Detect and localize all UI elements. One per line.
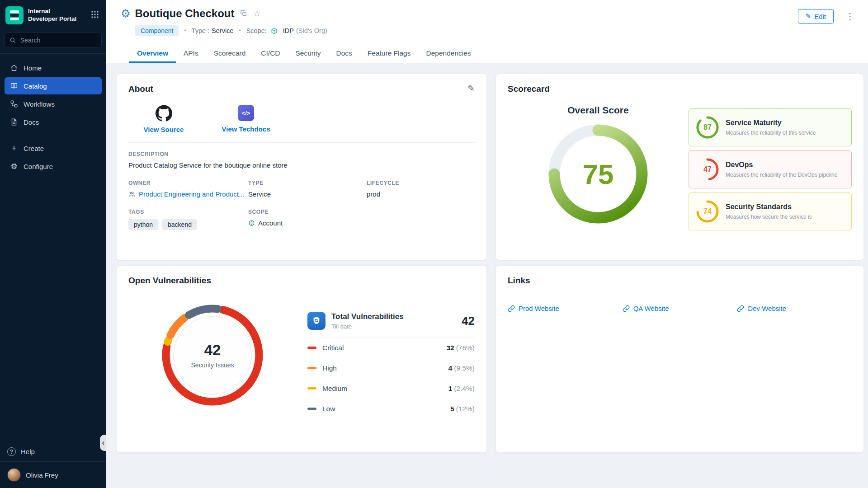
sidebar-item-workflows[interactable]: Workflows [5, 95, 102, 113]
vuln-row-count: 32 [446, 344, 454, 352]
owner-label: OWNER [128, 180, 248, 186]
sidebar-collapse-handle[interactable]: ‹ [100, 435, 106, 451]
vuln-row-label: Critical [322, 344, 344, 352]
copy-icon[interactable] [239, 9, 248, 19]
sidebar-item-catalog[interactable]: Catalog [5, 77, 102, 94]
overall-score-donut: 75 [546, 122, 650, 226]
link-label: Prod Website [519, 305, 559, 312]
vuln-row-label: Low [322, 405, 335, 413]
dev-website-link[interactable]: Dev Website [737, 305, 852, 312]
vuln-row-pct: (9.5%) [454, 364, 475, 372]
total-vulnerabilities-value: 42 [462, 314, 475, 328]
owner-value: Product Engineering and Product... [139, 190, 244, 198]
sidebar-search[interactable] [5, 33, 102, 48]
tab-dependencies[interactable]: Dependencies [419, 45, 479, 63]
description-label: DESCRIPTION [128, 151, 475, 157]
prod-website-link[interactable]: Prod Website [508, 305, 623, 312]
scope-value: IDP [283, 27, 294, 34]
tab-docs[interactable]: Docs [329, 45, 360, 63]
tag-pill: backend [162, 219, 197, 230]
sidebar-divider [0, 53, 106, 54]
vuln-donut-value: 42 [204, 342, 221, 359]
score-item-devops[interactable]: 47 DevOps Measures the reliability of th… [689, 150, 852, 188]
tab-overview[interactable]: Overview [129, 45, 176, 63]
user-name: Olivia Frey [26, 471, 58, 479]
type-block: TYPE Service [248, 180, 367, 198]
plus-icon: + [10, 144, 18, 153]
sidebar-bottom: ? Help Olivia Frey [0, 442, 106, 488]
link-icon [508, 305, 515, 312]
vuln-donut-label: Security Issues [191, 361, 234, 369]
tab-apis[interactable]: APIs [176, 45, 206, 63]
help-label: Help [21, 448, 35, 455]
about-edit-pencil-icon[interactable]: ✎ [467, 84, 475, 93]
home-icon [10, 64, 18, 72]
score-value: 47 [695, 157, 720, 182]
lifecycle-value: prod [367, 190, 475, 198]
scope-field-label: SCOPE [248, 209, 367, 215]
tab-bar: Overview APIs Scorecard CI/CD Security D… [106, 45, 868, 63]
tab-scorecard[interactable]: Scorecard [206, 45, 254, 63]
owner-block: OWNER Product Engineering and Product... [128, 180, 248, 198]
about-title: About [128, 84, 153, 94]
user-profile[interactable]: Olivia Frey [0, 462, 106, 488]
medium-dash-icon [307, 387, 316, 389]
scorecard-card: Scorecard Overall Score [495, 74, 864, 260]
sidebar-item-home[interactable]: Home [5, 59, 102, 76]
qa-website-link[interactable]: QA Website [623, 305, 737, 312]
vuln-row-count: 1 [448, 385, 453, 392]
scope-label: Scope: [246, 27, 267, 34]
links-card: Links Prod Website QA Website Dev Websit… [495, 265, 864, 453]
sidebar-item-label: Docs [24, 118, 39, 126]
tab-security[interactable]: Security [288, 45, 329, 63]
type-label: Type : [192, 27, 210, 34]
score-item-security-standards[interactable]: 74 Security Standards Measures how secur… [689, 192, 852, 230]
link-label: QA Website [633, 305, 669, 312]
favorite-star-icon[interactable]: ☆ [253, 9, 262, 19]
app-root: Internal Developer Portal [0, 0, 868, 488]
tab-cicd[interactable]: CI/CD [253, 45, 288, 63]
sidebar-item-configure[interactable]: ⚙ Configure [5, 158, 102, 175]
edit-label: Edit [814, 13, 826, 20]
kebab-menu-icon[interactable]: ⋮ [843, 10, 857, 23]
total-vulnerabilities-label: Total Vulnerabilities [331, 312, 404, 321]
people-icon [128, 191, 136, 198]
pencil-icon: ✎ [806, 12, 811, 20]
scope-org: (Sid's Org) [296, 27, 327, 34]
sidebar-item-docs[interactable]: Docs [5, 113, 102, 131]
overall-score-label: Overall Score [567, 105, 628, 116]
vuln-row-low: Low 5(12%) [307, 399, 475, 419]
scope-cube-icon [270, 27, 278, 35]
tab-feature-flags[interactable]: Feature Flags [360, 45, 419, 63]
score-item-service-maturity[interactable]: 87 Service Maturity Measures the reliabi… [689, 108, 852, 146]
score-name: Security Standards [726, 203, 812, 211]
sidebar-item-create[interactable]: + Create [5, 140, 102, 157]
vuln-row-label: High [322, 364, 337, 372]
app-logo[interactable] [5, 6, 24, 24]
search-input[interactable] [20, 37, 102, 44]
lifecycle-block: LIFECYCLE prod [367, 180, 475, 198]
sidebar-item-label: Home [24, 64, 42, 72]
docs-icon [10, 118, 18, 126]
help-button[interactable]: ? Help [0, 442, 106, 461]
vuln-row-medium: Medium 1(2.4%) [307, 378, 475, 399]
component-badge: Component [135, 25, 179, 36]
vulnerabilities-donut: 42 Security Issues [158, 301, 267, 409]
logo-row: Internal Developer Portal [0, 0, 106, 29]
vuln-row-pct: (76%) [456, 344, 475, 352]
shield-scan-icon [307, 312, 326, 330]
account-scope-icon [248, 220, 255, 226]
score-desc: Measures the reliability of this service [726, 130, 816, 136]
owner-link[interactable]: Product Engineering and Product... [128, 190, 248, 198]
apps-grid-icon[interactable] [89, 9, 101, 22]
overall-score-value: 75 [546, 122, 650, 226]
vulnerabilities-card: Open Vulnerabilities 42 Security Issues [116, 265, 487, 453]
workflows-icon [10, 100, 18, 108]
meta-row: Component • Type : Service • Scope: IDP … [135, 25, 327, 36]
view-techdocs-link[interactable]: </> View Techdocs [221, 105, 271, 133]
tags-block: TAGS python backend [128, 209, 248, 230]
edit-button[interactable]: ✎ Edit [798, 9, 834, 23]
view-source-link[interactable]: View Source [138, 105, 189, 133]
score-ring: 47 [695, 157, 720, 182]
score-desc: Measures how secure the service is [726, 214, 812, 220]
